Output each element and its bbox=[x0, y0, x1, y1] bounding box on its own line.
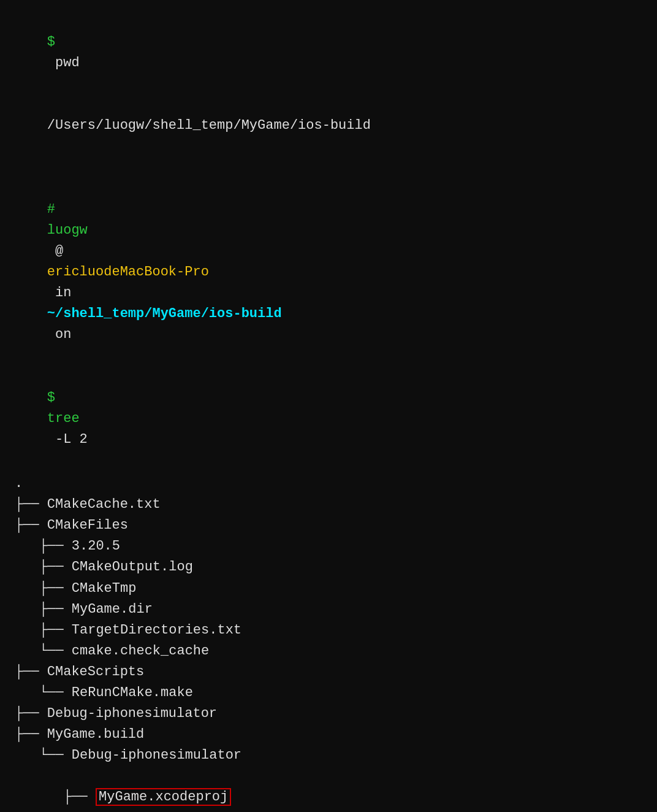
at-symbol: @ bbox=[47, 243, 72, 259]
current-path: ~/shell_temp/MyGame/ios-build bbox=[47, 306, 282, 321]
tree-command-line: $ tree -L 2 bbox=[15, 367, 642, 471]
terminal: $ pwd /Users/luogw/shell_temp/MyGame/ios… bbox=[15, 11, 642, 812]
pwd-output: /Users/luogw/shell_temp/MyGame/ios-build bbox=[15, 94, 642, 157]
prompt-info-line: # luogw @ ericluodeMacBook-Pro in ~/shel… bbox=[15, 178, 642, 367]
tree-item-debug-iphone2: └── Debug-iphonesimulator bbox=[15, 745, 642, 766]
pwd-command: pwd bbox=[47, 55, 80, 71]
tree-command-word: tree bbox=[47, 411, 80, 426]
tree-item-cmakecheckcache: └── cmake.check_cache bbox=[15, 641, 642, 662]
tree-item-cmakescripts: ├── CMakeScripts bbox=[15, 662, 642, 683]
tree-item-debug-iphone: ├── Debug-iphonesimulator bbox=[15, 703, 642, 724]
in-keyword: in bbox=[47, 285, 80, 301]
tree-output: . ├── CMakeCache.txt ├── CMakeFiles ├── … bbox=[15, 473, 642, 812]
tree-item-reruncmake: └── ReRunCMake.make bbox=[15, 683, 642, 703]
tree-item-targetdirs: ├── TargetDirectories.txt bbox=[15, 620, 642, 641]
dollar-sign-2: $ bbox=[47, 390, 63, 405]
tree-args: -L 2 bbox=[47, 432, 88, 447]
tree-item-mygamedir: ├── MyGame.dir bbox=[15, 599, 642, 620]
tree-item-cmakeoutput: ├── CMakeOutput.log bbox=[15, 557, 642, 578]
xcodeproj-highlight: MyGame.xcodeproj bbox=[96, 788, 231, 806]
tree-item-mygamebuild: ├── MyGame.build bbox=[15, 724, 642, 745]
pwd-command-line: $ pwd bbox=[15, 11, 642, 94]
tree-item-xcodeproj: ├── MyGame.xcodeproj bbox=[15, 766, 642, 812]
hash-sign: # bbox=[47, 202, 63, 217]
tree-item-cmaketmp: ├── CMakeTmp bbox=[15, 578, 642, 599]
hostname: ericluodeMacBook-Pro bbox=[47, 264, 209, 280]
on-keyword: on bbox=[47, 327, 72, 342]
tree-item-cmakecache: ├── CMakeCache.txt bbox=[15, 494, 642, 515]
tree-item-cmakefiles: ├── CMakeFiles bbox=[15, 515, 642, 536]
blank-line-1 bbox=[15, 158, 642, 178]
tree-root: . bbox=[15, 473, 642, 494]
tree-item-3205: ├── 3.20.5 bbox=[15, 536, 642, 557]
username: luogw bbox=[47, 223, 88, 238]
dollar-sign: $ bbox=[47, 34, 55, 50]
